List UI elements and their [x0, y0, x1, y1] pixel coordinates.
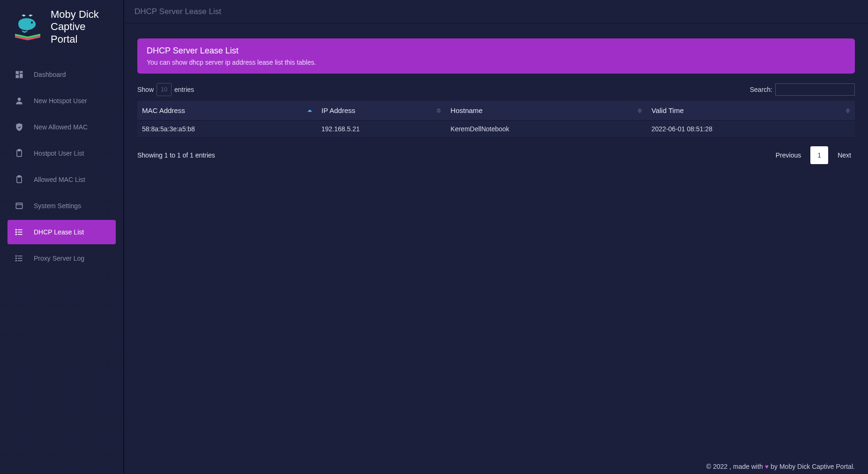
clipboard-icon: [14, 148, 24, 158]
svg-point-22: [16, 258, 17, 259]
footer: © 2022 , made with ♥ by Moby Dick Captiv…: [693, 459, 868, 474]
show-label-post: entries: [174, 86, 194, 93]
sidebar-item-label: New Hotspot User: [34, 97, 87, 105]
col-valid-time[interactable]: Valid Time: [647, 101, 855, 120]
sidebar-item-allowed-mac-list[interactable]: Allowed MAC List: [7, 167, 116, 192]
sidebar-item-proxy-server-log[interactable]: Proxy Server Log: [7, 246, 116, 271]
svg-rect-4: [16, 75, 19, 78]
show-label-pre: Show: [137, 86, 154, 93]
sidebar-item-dhcp-lease-list[interactable]: DHCP Lease List: [7, 220, 116, 244]
pagination: Previous 1 Next: [772, 146, 855, 164]
main: DHCP Server Lease List DHCP Server Lease…: [124, 0, 868, 474]
footer-link[interactable]: Moby Dick Captive Portal.: [779, 463, 855, 470]
svg-rect-7: [18, 150, 21, 151]
footer-by: by: [771, 463, 778, 470]
sidebar-item-label: Dashboard: [34, 71, 66, 78]
list-icon: [14, 227, 24, 237]
sidebar-item-dashboard[interactable]: Dashboard: [7, 62, 116, 87]
page-number[interactable]: 1: [810, 146, 828, 164]
sidebar-item-label: Allowed MAC List: [34, 176, 85, 183]
prev-button[interactable]: Previous: [772, 149, 805, 162]
search-wrap: Search:: [750, 83, 855, 96]
sort-both-icon: [846, 108, 850, 113]
sort-both-icon: [637, 108, 642, 113]
svg-point-5: [18, 98, 21, 101]
info-banner: DHCP Server Lease List You can show dhcp…: [137, 38, 855, 74]
svg-point-15: [16, 229, 17, 230]
svg-rect-1: [16, 71, 19, 75]
svg-point-16: [16, 232, 17, 233]
clipboard-icon: [14, 174, 24, 185]
sidebar-item-label: Hostpot User List: [34, 150, 84, 157]
svg-point-17: [16, 234, 17, 235]
heart-icon: ♥: [765, 463, 769, 470]
table-info: Showing 1 to 1 of 1 entries: [137, 151, 215, 159]
svg-point-0: [31, 21, 33, 23]
cell-hostname: KeremDellNotebook: [446, 120, 647, 138]
search-input[interactable]: [775, 83, 855, 96]
sort-both-icon: [436, 108, 441, 113]
column-label: Hostname: [450, 106, 482, 114]
col-mac-address[interactable]: MAC Address: [137, 101, 317, 120]
list-icon: [14, 253, 24, 263]
col-hostname[interactable]: Hostname: [446, 101, 647, 120]
cell-mac: 58:8a:5a:3e:a5:b8: [137, 120, 317, 138]
column-label: IP Address: [322, 106, 355, 114]
cell-valid-time: 2022-06-01 08:51:28: [647, 120, 855, 138]
svg-point-23: [16, 260, 17, 261]
brand[interactable]: Moby Dick Captive Portal: [0, 0, 123, 57]
shield-icon: [14, 122, 24, 132]
sidebar-nav: Dashboard New Hotspot User New Allowed M…: [0, 57, 123, 272]
sort-asc-icon: [307, 109, 312, 112]
brand-line2: Captive Portal: [51, 21, 114, 45]
col-ip-address[interactable]: IP Address: [317, 101, 446, 120]
show-entries: Show 10 entries: [137, 83, 194, 96]
banner-text: You can show dhcp server ip address leas…: [147, 59, 846, 66]
search-label: Search:: [750, 86, 772, 93]
brand-text: Moby Dick Captive Portal: [51, 8, 114, 45]
cell-ip: 192.168.5.21: [317, 120, 446, 138]
svg-rect-9: [18, 176, 21, 177]
svg-rect-10: [16, 203, 22, 209]
sidebar-item-hotspot-user-list[interactable]: Hostpot User List: [7, 141, 116, 166]
next-button[interactable]: Next: [834, 149, 855, 162]
content: DHCP Server Lease List You can show dhcp…: [124, 23, 868, 474]
column-label: MAC Address: [142, 106, 185, 114]
user-icon: [14, 96, 24, 106]
logo-icon: [11, 13, 44, 41]
dashboard-icon: [14, 69, 24, 80]
sidebar-item-system-settings[interactable]: System Settings: [7, 194, 116, 218]
table-footer: Showing 1 to 1 of 1 entries Previous 1 N…: [137, 146, 855, 164]
table-row[interactable]: 58:8a:5a:3e:a5:b8 192.168.5.21 KeremDell…: [137, 120, 855, 138]
sidebar: Moby Dick Captive Portal Dashboard New H…: [0, 0, 124, 474]
svg-point-21: [16, 256, 17, 256]
entries-select[interactable]: 10: [157, 83, 172, 96]
column-label: Valid Time: [651, 106, 684, 114]
sidebar-item-new-hotspot-user[interactable]: New Hotspot User: [7, 89, 116, 113]
sidebar-item-label: DHCP Lease List: [34, 228, 84, 236]
lease-table: MAC Address IP Address Hostname: [137, 101, 855, 138]
svg-rect-3: [20, 74, 23, 78]
topbar: DHCP Server Lease List: [124, 0, 868, 23]
sidebar-item-label: System Settings: [34, 202, 81, 210]
banner-title: DHCP Server Lease List: [147, 46, 846, 56]
footer-copyright: © 2022 , made with: [706, 463, 763, 470]
svg-rect-2: [20, 71, 23, 73]
table-controls: Show 10 entries Search:: [137, 83, 855, 96]
sidebar-item-label: Proxy Server Log: [34, 255, 84, 262]
sidebar-item-label: New Allowed MAC: [34, 123, 88, 131]
page-title: DHCP Server Lease List: [135, 7, 221, 16]
brand-line1: Moby Dick: [51, 8, 114, 21]
sidebar-item-new-allowed-mac[interactable]: New Allowed MAC: [7, 115, 116, 139]
settings-icon: [14, 201, 24, 211]
